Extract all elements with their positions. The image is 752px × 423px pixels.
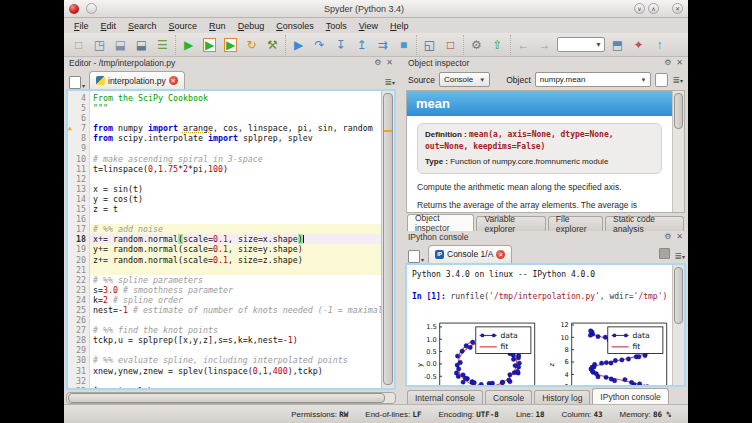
menu-tools[interactable]: Tools [320,20,353,32]
back-icon[interactable]: ← [513,35,534,55]
console-browse-tabs-icon[interactable]: ▾ [406,248,426,263]
parent-dir-icon[interactable]: ↑ [649,35,670,55]
code-line[interactable]: t=linspace(0,1.75*2*pi,100) [90,164,381,174]
menu-search[interactable]: Search [122,20,163,32]
minimize-button[interactable]: ∨ [634,3,645,14]
code-line[interactable]: s=3.0 # smoothness parameter [90,285,381,295]
editor-options-icon[interactable]: ⚙ [374,59,381,67]
object-inspector-close-icon[interactable]: ✕ [676,59,683,67]
browse-dir-icon[interactable]: ⬒ [607,35,628,55]
console-vertical-scrollbar[interactable] [672,265,684,386]
menu-view[interactable]: View [353,20,384,32]
menu-debug[interactable]: Debug [232,20,271,32]
editor-close-icon[interactable]: ✕ [386,59,393,67]
code-line[interactable] [90,345,381,355]
code-line[interactable]: k=2 # spline order [90,295,381,305]
editor-tab-interpolation[interactable]: interpolation.py ✕ [89,71,185,89]
object-inspector-options-icon[interactable]: ⚙ [664,59,671,67]
code-line[interactable]: z+= random.normal(scale=0.1, size=z.shap… [90,255,381,265]
code-line[interactable] [90,214,381,224]
lock-icon[interactable] [655,73,668,87]
tab-object-inspector[interactable]: Object inspector [407,214,474,231]
code-line[interactable]: tckp,u = splprep([x,y,z],s=s,k=k,nest=-1… [90,335,381,345]
window-menu-button[interactable] [86,3,97,14]
run-cell-advance-icon[interactable]: ▶ [220,35,241,55]
tools-icon[interactable]: ⚙ [466,35,487,55]
editor-vscroll-thumb[interactable] [383,93,393,385]
code-editor[interactable]: 456▲789101112131415161718192021222324252… [66,89,396,390]
code-line[interactable] [90,315,381,325]
editor-list-options-icon[interactable]: ≣▾ [384,71,395,89]
code-line[interactable]: """ [90,103,381,113]
code-line[interactable]: y+= random.normal(scale=0.1, size=y.shap… [90,244,381,254]
code-line[interactable]: nest=-1 # estimate of number of knots ne… [90,305,381,315]
console-wd-icon[interactable]: ✦ [628,35,649,55]
menu-source[interactable]: Source [163,20,204,32]
save-icon[interactable]: ⬓ [110,35,131,55]
doc-vscroll-thumb[interactable] [674,93,683,129]
step-return-icon[interactable]: ↥ [351,35,372,55]
file-switcher-icon[interactable]: ☰ [152,35,173,55]
code-area[interactable]: From the SciPy Cookbook""" from numpy im… [90,91,381,388]
fullscreen-icon[interactable]: □ [440,35,461,55]
object-combo[interactable]: numpy.mean ▼ [535,72,652,87]
code-line[interactable]: z = t [90,204,381,214]
maximize-button[interactable]: ∧ [648,3,659,14]
code-line[interactable]: from scipy.interpolate import splprep, s… [90,133,381,143]
code-line[interactable]: # %% evaluate spline, including interpol… [90,355,381,365]
menu-edit[interactable]: Edit [95,20,123,32]
source-combo[interactable]: Console ▼ [439,72,490,87]
inspector-list-options-icon[interactable]: ≣▾ [672,75,683,85]
ipython-console-view[interactable]: Python 3.4.0 on linux -- IPython 4.0.0 I… [405,263,686,388]
step-over-icon[interactable]: ↷ [309,35,330,55]
code-line[interactable]: from numpy import arange, cos, linspace,… [90,123,381,133]
tab-variable-explorer[interactable]: Variable explorer [476,216,545,231]
menu-help[interactable]: Help [384,20,415,32]
workdir-combo[interactable]: ▼ [557,37,605,52]
new-file-icon[interactable]: □ [68,35,89,55]
open-file-icon[interactable]: ◳ [89,35,110,55]
tab-history-log[interactable]: History log [534,390,590,405]
run-cell-icon[interactable]: ▶ [199,35,220,55]
console-vscroll-thumb[interactable] [674,267,683,324]
menu-run[interactable]: Run [203,20,232,32]
console-options-icon[interactable]: ⚙ [664,233,671,241]
tab-internal-console[interactable]: Internal console [407,390,483,405]
code-line[interactable]: y = cos(t) [90,194,381,204]
code-line[interactable] [90,143,381,153]
close-button[interactable]: ✕ [672,3,683,14]
editor-horizontal-scrollbar[interactable] [66,392,396,404]
continue-icon[interactable]: ⇉ [372,35,393,55]
tab-static-code-analysis[interactable]: Static code analysis [605,216,684,231]
code-line[interactable] [90,376,381,386]
stop-icon[interactable]: ■ [393,35,414,55]
tab-console[interactable]: Console [485,390,532,405]
code-line[interactable]: # %% add noise [90,224,381,234]
browse-tabs-icon[interactable]: ▾ [67,74,87,89]
code-line[interactable]: # %% find the knot points [90,325,381,335]
tab-ipython-console[interactable]: IPython console [592,388,668,405]
code-line[interactable] [90,113,381,123]
rerun-icon[interactable]: ↻ [241,35,262,55]
code-line[interactable] [90,265,381,275]
console-tab-close-icon[interactable]: ✕ [496,250,505,259]
tab-file-explorer[interactable]: File explorer [548,216,603,231]
console-close-icon[interactable]: ✕ [676,233,683,241]
code-line[interactable]: # make ascending spiral in 3-space [90,154,381,164]
code-line[interactable] [90,174,381,184]
run-icon[interactable]: ▶ [178,35,199,55]
debug-icon[interactable]: ▶ [288,35,309,55]
pythonpath-icon[interactable]: ⇧ [487,35,508,55]
menu-file[interactable]: File [68,20,95,32]
editor-hscroll-thumb[interactable] [68,393,385,403]
save-all-icon[interactable]: ⬓ [131,35,152,55]
editor-vertical-scrollbar[interactable] [381,91,394,388]
maximize-pane-icon[interactable]: ◱ [419,35,440,55]
code-line[interactable]: import pylab [90,386,381,388]
tab-close-icon[interactable]: ✕ [169,76,178,85]
console-list-options-icon[interactable]: ≣▾ [674,245,685,263]
forward-icon[interactable]: → [534,35,555,55]
doc-vertical-scrollbar[interactable] [672,91,684,212]
menu-consoles[interactable]: Consoles [270,20,320,32]
code-line[interactable]: xnew,ynew,znew = splev(linspace(0,1,400)… [90,366,381,376]
